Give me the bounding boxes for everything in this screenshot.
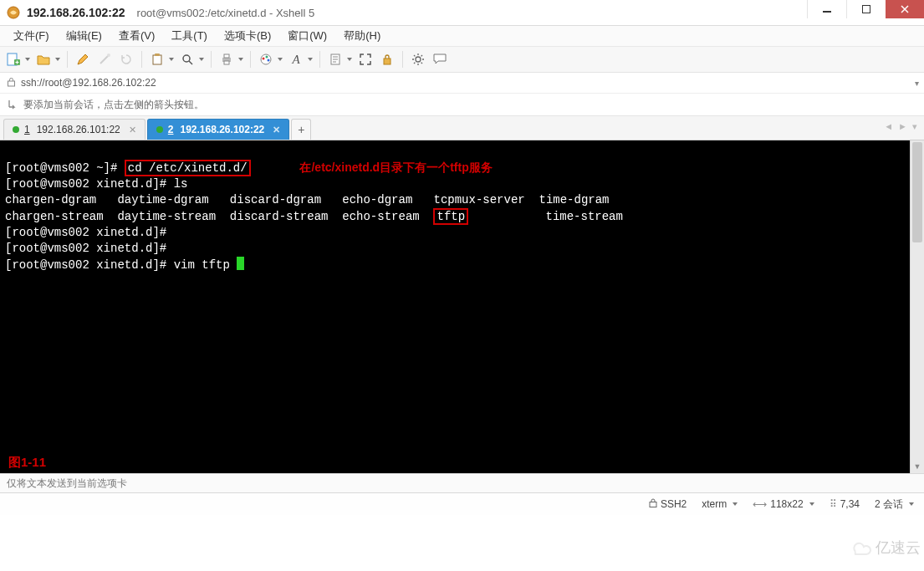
address-dropdown-icon[interactable]: ▾ <box>915 79 919 88</box>
color-scheme-button[interactable] <box>256 49 284 69</box>
settings-button[interactable] <box>408 49 428 69</box>
terminal-line-suffix: time-stream <box>468 210 623 223</box>
tab-label: 192.168.26.102:22 <box>180 124 264 135</box>
menu-edit[interactable]: 编辑(E) <box>58 26 110 46</box>
menu-tab[interactable]: 选项卡(B) <box>216 26 279 46</box>
plus-icon: + <box>298 123 304 136</box>
fullscreen-button[interactable] <box>355 49 375 69</box>
address-text: ssh://root@192.168.26.102:22 <box>21 77 156 89</box>
tab-number: 2 <box>168 124 174 135</box>
tab-nav: ◄ ► ▾ <box>882 121 919 132</box>
lock-button[interactable] <box>377 49 397 69</box>
tab-label: 192.168.26.101:22 <box>37 124 120 135</box>
menu-tools[interactable]: 工具(T) <box>163 26 216 46</box>
tab-session-1[interactable]: 1 192.168.26.101:22 ✕ <box>3 119 145 140</box>
log-button[interactable] <box>325 49 354 69</box>
tab-nav-list-icon[interactable]: ▾ <box>911 121 919 132</box>
tab-nav-prev-icon[interactable]: ◄ <box>882 121 895 132</box>
terminal[interactable]: [root@vms002 ~]# cd /etc/xinetd.d/ 在/etc… <box>0 140 910 473</box>
scroll-thumb[interactable] <box>912 142 922 242</box>
title-address: 192.168.26.102:22 <box>27 6 125 19</box>
svg-point-18 <box>416 57 421 62</box>
svg-point-13 <box>263 58 265 60</box>
minimize-button[interactable] <box>807 0 846 18</box>
tab-add-button[interactable]: + <box>291 119 311 140</box>
status-sessions[interactable]: 2 会话 <box>875 497 914 512</box>
open-session-button[interactable] <box>33 49 62 69</box>
status-cursor-pos: ⠿ 7,34 <box>830 498 860 510</box>
tab-session-2[interactable]: 2 192.168.26.102:22 ✕ <box>147 119 289 140</box>
terminal-line: [root@vms002 xinetd.d]# <box>5 242 166 255</box>
title-bar: 192.168.26.102:22 root@vms002:/etc/xinet… <box>0 0 924 26</box>
maximize-button[interactable] <box>846 0 886 18</box>
status-term-type[interactable]: xterm <box>702 498 738 510</box>
title-path: root@vms002:/etc/xinetd.d - Xshell 5 <box>137 7 315 19</box>
highlight-tftp: tftp <box>433 208 468 225</box>
status-size[interactable]: ⟷ 118x22 <box>753 498 814 510</box>
refresh-button[interactable] <box>116 49 136 69</box>
terminal-scrollbar[interactable]: ▲ ▼ <box>910 140 924 473</box>
position-icon: ⠿ <box>830 498 837 510</box>
send-scope-bar[interactable]: 仅将文本发送到当前选项卡 <box>0 473 924 493</box>
watermark-text: 亿速云 <box>876 538 921 558</box>
svg-point-14 <box>266 56 268 59</box>
app-icon <box>7 6 20 19</box>
lock-icon <box>649 498 657 510</box>
svg-rect-7 <box>155 54 160 56</box>
wand-button[interactable] <box>94 49 115 69</box>
status-dot-icon <box>156 126 163 133</box>
annotation-text: 在/etc/xinetd.d目录下有一个tftp服务 <box>299 161 492 174</box>
menu-bar: 文件(F) 编辑(E) 查看(V) 工具(T) 选项卡(B) 窗口(W) 帮助(… <box>0 26 924 47</box>
hint-arrow-icon[interactable] <box>7 98 18 112</box>
svg-rect-10 <box>224 54 229 58</box>
hint-bar: 要添加当前会话，点击左侧的箭头按钮。 <box>0 94 924 116</box>
cursor <box>237 257 244 270</box>
address-bar[interactable]: ssh://root@192.168.26.102:22 ▾ <box>0 73 924 94</box>
menu-help[interactable]: 帮助(H) <box>335 26 389 46</box>
svg-rect-11 <box>224 61 229 64</box>
tab-number: 1 <box>24 124 30 135</box>
terminal-line: [root@vms002 xinetd.d]# <box>5 226 166 239</box>
terminal-line: chargen-dgram daytime-dgram discard-dgra… <box>5 193 610 206</box>
font-button[interactable]: A <box>286 49 314 69</box>
terminal-line-prefix: chargen-stream daytime-stream discard-st… <box>5 210 433 223</box>
svg-point-5 <box>107 54 110 57</box>
svg-rect-19 <box>8 81 15 86</box>
menu-window[interactable]: 窗口(W) <box>279 26 335 46</box>
close-button[interactable] <box>886 0 924 18</box>
menu-view[interactable]: 查看(V) <box>110 26 163 46</box>
tab-close-icon[interactable]: ✕ <box>273 125 280 135</box>
status-dot-icon <box>13 126 19 133</box>
new-session-button[interactable] <box>3 49 32 69</box>
svg-point-8 <box>183 55 190 62</box>
svg-rect-20 <box>650 502 656 507</box>
lock-icon <box>7 77 16 89</box>
highlight-cd-command: cd /etc/xinetd.d/ <box>125 160 251 176</box>
prompt: [root@vms002 ~]# <box>5 161 125 175</box>
resize-icon: ⟷ <box>753 498 767 510</box>
help-button[interactable] <box>430 49 450 69</box>
svg-rect-2 <box>863 6 870 13</box>
toolbar: A <box>0 47 924 73</box>
svg-point-12 <box>261 54 271 64</box>
terminal-area: [root@vms002 ~]# cd /etc/xinetd.d/ 在/etc… <box>0 140 924 473</box>
terminal-line: [root@vms002 xinetd.d]# vim tftp <box>5 258 237 272</box>
svg-point-15 <box>268 59 270 62</box>
find-button[interactable] <box>177 49 206 69</box>
svg-rect-6 <box>153 55 161 64</box>
scroll-down-icon[interactable]: ▼ <box>911 460 924 473</box>
watermark: 亿速云 <box>849 538 921 558</box>
edit-button[interactable] <box>73 49 93 69</box>
terminal-line: [root@vms002 xinetd.d]# ls <box>5 177 187 191</box>
tab-bar: 1 192.168.26.101:22 ✕ 2 192.168.26.102:2… <box>0 116 924 140</box>
hint-text: 要添加当前会话，点击左侧的箭头按钮。 <box>23 98 204 112</box>
figure-label: 图1-11 <box>8 454 46 470</box>
svg-rect-1 <box>823 11 831 13</box>
svg-rect-17 <box>384 59 391 64</box>
clipboard-button[interactable] <box>147 49 176 69</box>
menu-file[interactable]: 文件(F) <box>5 26 58 46</box>
status-protocol: SSH2 <box>649 498 687 510</box>
tab-close-icon[interactable]: ✕ <box>129 125 136 135</box>
print-button[interactable] <box>217 49 245 69</box>
tab-nav-next-icon[interactable]: ► <box>896 121 909 132</box>
